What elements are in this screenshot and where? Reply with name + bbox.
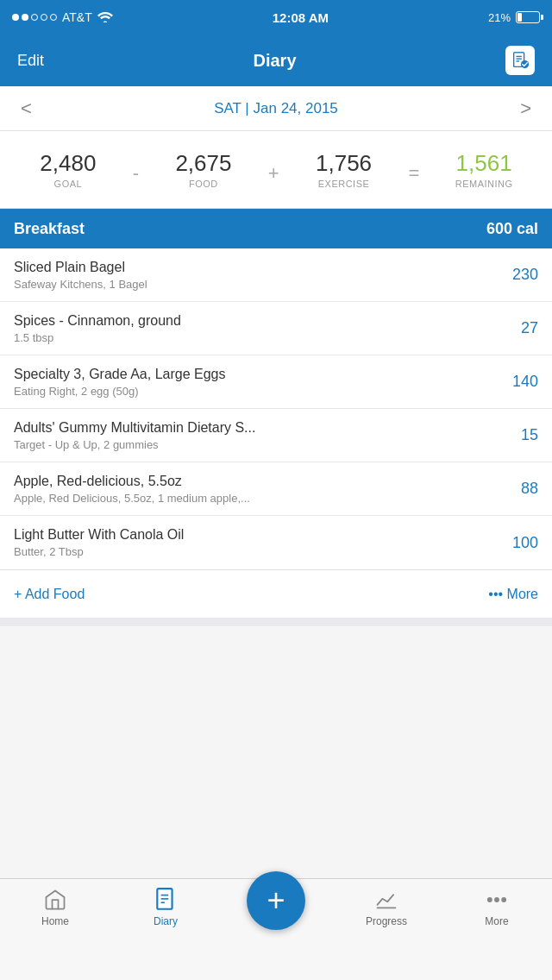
tab-more-label: More [485,915,508,927]
remaining-calories: 1,561 REMAINING [423,150,545,189]
breakfast-section-header: Breakfast 600 cal [0,209,552,248]
food-cal-3: 15 [504,426,538,444]
tab-home-label: Home [41,915,69,927]
calories-summary: 2,480 GOAL - 2,675 FOOD + 1,756 EXERCISE… [0,131,552,209]
breakfast-title: Breakfast [14,220,85,238]
food-cal-4: 88 [504,480,538,498]
battery-fill [518,13,522,22]
section-spacer [0,618,552,626]
food-info-4: Apple, Red-delicious, 5.5oz Apple, Red D… [14,474,504,505]
nav-bar: Edit Diary [0,35,552,86]
next-date-button[interactable]: > [513,97,538,120]
current-date: SAT | Jan 24, 2015 [214,100,338,117]
carrier-label: AT&T [62,10,92,24]
battery-percent: 21% [488,11,511,24]
food-name-0: Sliced Plain Bagel [14,260,493,275]
food-detail-4: Apple, Red Delicious, 5.5oz, 1 medium ap… [14,492,493,505]
exercise-label: EXERCISE [283,179,405,189]
food-name-5: Light Butter With Canola Oil [14,527,493,543]
exercise-calories: 1,756 EXERCISE [283,150,405,189]
svg-point-13 [502,898,506,902]
tab-diary[interactable]: Diary [110,888,221,927]
food-cal-0: 230 [504,266,538,284]
food-value: 2,675 [142,150,265,177]
add-fab-button[interactable]: + [247,871,305,930]
status-left: AT&T [12,10,113,25]
food-item-3[interactable]: Adults' Gummy Multivitamin Dietary S... … [0,409,552,462]
date-navigation: < SAT | Jan 24, 2015 > [0,86,552,131]
diary-icon [154,888,178,912]
dot-1 [12,14,19,21]
food-cal-1: 27 [504,319,538,337]
exercise-value: 1,756 [283,150,405,177]
prev-date-button[interactable]: < [14,97,39,120]
food-detail-5: Butter, 2 Tbsp [14,545,493,558]
food-item-1[interactable]: Spices - Cinnamon, ground 1.5 tbsp 27 [0,302,552,355]
food-cal-5: 100 [504,534,538,552]
breakfast-calories: 600 cal [486,220,538,238]
goal-value: 2,480 [7,150,129,177]
svg-point-12 [495,898,499,902]
status-right: 21% [488,11,540,24]
dot-2 [22,14,28,21]
food-name-4: Apple, Red-delicious, 5.5oz [14,474,493,489]
food-name-3: Adults' Gummy Multivitamin Dietary S... [14,420,493,436]
goal-calories: 2,480 GOAL [7,150,129,189]
edit-button[interactable]: Edit [17,52,44,70]
food-info-3: Adults' Gummy Multivitamin Dietary S... … [14,420,504,451]
food-detail-2: Eating Right, 2 egg (50g) [14,385,493,398]
food-name-1: Spices - Cinnamon, ground [14,313,493,329]
dot-3 [31,14,38,21]
svg-point-11 [488,898,492,902]
food-item-0[interactable]: Sliced Plain Bagel Safeway Kitchens, 1 B… [0,248,552,302]
goal-label: GOAL [7,179,129,189]
food-detail-3: Target - Up & Up, 2 gummies [14,438,493,451]
food-item-4[interactable]: Apple, Red-delicious, 5.5oz Apple, Red D… [0,462,552,516]
food-info-1: Spices - Cinnamon, ground 1.5 tbsp [14,313,504,344]
signal-dots [12,14,57,21]
diary-check-icon[interactable] [505,46,535,75]
minus-op: - [129,157,142,183]
action-row: + Add Food ••• More [0,569,552,618]
add-food-label: + Add Food [14,587,85,602]
tab-more[interactable]: More [442,888,552,927]
remaining-label: REMAINING [423,179,545,189]
more-label: ••• More [488,587,538,602]
tab-progress[interactable]: Progress [331,888,442,927]
more-button[interactable]: ••• More [488,587,538,602]
food-list: Sliced Plain Bagel Safeway Kitchens, 1 B… [0,248,552,569]
wifi-icon [97,10,113,25]
status-bar: AT&T 12:08 AM 21% [0,0,552,35]
add-plus-icon: + [267,885,285,916]
food-cal-2: 140 [504,373,538,391]
tab-diary-label: Diary [154,915,178,927]
food-item-2[interactable]: Specialty 3, Grade Aa, Large Eggs Eating… [0,355,552,409]
food-info-5: Light Butter With Canola Oil Butter, 2 T… [14,527,504,558]
food-item-5[interactable]: Light Butter With Canola Oil Butter, 2 T… [0,516,552,569]
battery-icon [516,11,540,23]
remaining-value: 1,561 [423,150,545,177]
tab-progress-label: Progress [366,915,407,927]
food-name-2: Specialty 3, Grade Aa, Large Eggs [14,367,493,382]
dot-4 [41,14,47,21]
tab-home[interactable]: Home [0,888,110,927]
food-detail-1: 1.5 tbsp [14,331,493,344]
food-info-2: Specialty 3, Grade Aa, Large Eggs Eating… [14,367,504,398]
page-title: Diary [254,51,297,71]
status-time: 12:08 AM [273,10,329,25]
equals-op: = [405,157,423,183]
food-info-0: Sliced Plain Bagel Safeway Kitchens, 1 B… [14,260,504,291]
more-tab-icon [485,888,509,912]
plus-op: + [265,157,283,183]
home-icon [43,888,67,912]
dot-5 [50,14,57,21]
add-food-button[interactable]: + Add Food [14,587,85,602]
progress-icon [374,888,398,912]
food-label: FOOD [142,179,265,189]
food-calories: 2,675 FOOD [142,150,265,189]
food-detail-0: Safeway Kitchens, 1 Bagel [14,278,493,291]
